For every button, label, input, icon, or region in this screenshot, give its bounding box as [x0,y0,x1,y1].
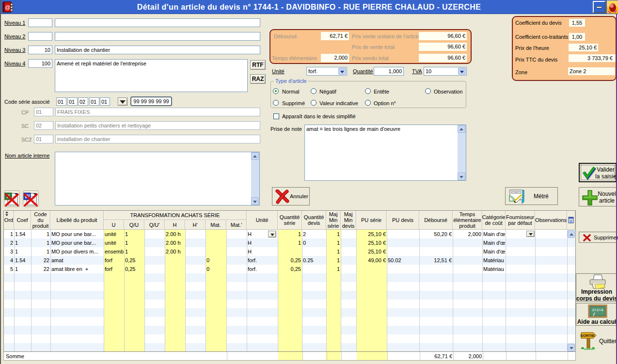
svg-text:@: @ [5,4,10,10]
svg-text:2+2=4: 2+2=4 [592,308,603,312]
svg-text:SORTIE: SORTIE [580,333,595,338]
